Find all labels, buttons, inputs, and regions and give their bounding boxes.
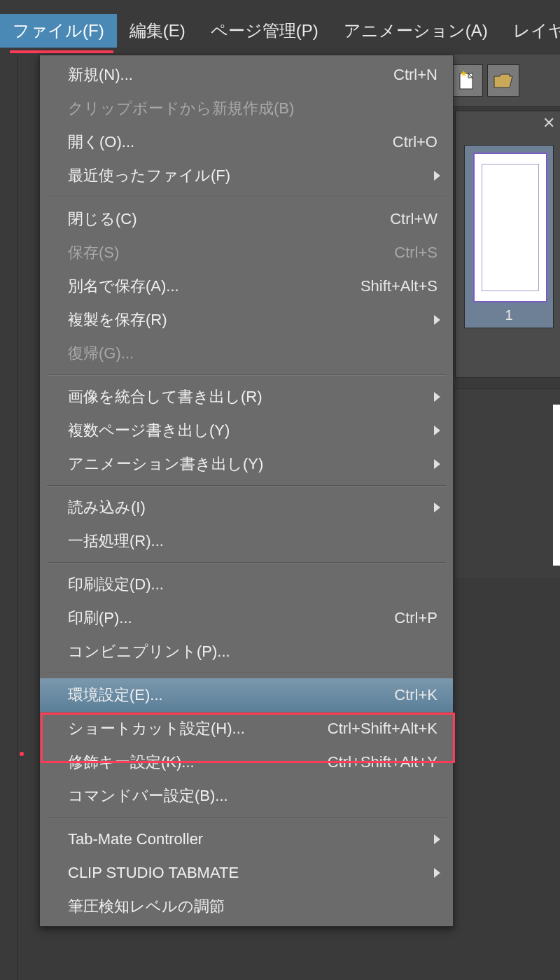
open-file-button[interactable]	[487, 64, 519, 97]
menu-item-label: ショートカット設定(H)...	[68, 718, 314, 739]
chevron-right-icon	[434, 426, 440, 435]
menu-separator	[47, 562, 446, 564]
menu-item-shortcut: Shift+Alt+S	[360, 277, 438, 295]
menu-item-label: 別名で保存(A)...	[68, 276, 346, 297]
menu-item-label: 画像を統合して書き出し(R)	[68, 386, 438, 407]
menu-item[interactable]: CLIP STUDIO TABMATE	[40, 856, 453, 890]
menu-item-label: 筆圧検知レベルの調節	[68, 896, 438, 917]
menu-layer[interactable]: レイヤ	[500, 14, 560, 48]
menu-item-label: 復帰(G)...	[68, 343, 438, 364]
menu-item-label: コマンドバー設定(B)...	[68, 785, 438, 806]
menu-item-shortcut: Ctrl+W	[390, 210, 438, 228]
chevron-right-icon	[434, 503, 440, 512]
menu-item-shortcut: Ctrl+N	[393, 66, 438, 84]
new-file-button[interactable]: ★	[451, 64, 483, 97]
chevron-right-icon	[434, 315, 440, 325]
chevron-right-icon	[434, 171, 440, 181]
menu-item-shortcut: Ctrl+S	[394, 244, 438, 262]
menu-animation[interactable]: アニメーション(A)	[331, 14, 500, 48]
file-dropdown: 新規(N)...Ctrl+Nクリップボードから新規作成(B)開く(O)...Ct…	[39, 55, 454, 927]
menu-item[interactable]: ショートカット設定(H)...Ctrl+Shift+Alt+K	[40, 712, 453, 746]
menu-item-label: 複製を保存(R)	[68, 309, 438, 330]
menu-item[interactable]: コンビニプリント(P)...	[40, 635, 453, 668]
menu-separator	[47, 817, 446, 818]
menu-page[interactable]: ページ管理(P)	[198, 14, 331, 48]
menu-item: クリップボードから新規作成(B)	[40, 92, 453, 125]
menu-item-label: 一括処理(R)...	[68, 531, 438, 552]
chevron-right-icon	[434, 459, 440, 469]
menu-item-label: 印刷設定(D)...	[68, 574, 438, 595]
menu-item-label: 閉じる(C)	[68, 209, 376, 230]
menu-item[interactable]: 複数ページ書き出し(Y)	[40, 414, 453, 447]
menu-item[interactable]: 筆圧検知レベルの調節	[40, 890, 453, 923]
menu-item-label: アニメーション書き出し(Y)	[68, 454, 438, 475]
chevron-right-icon	[434, 834, 440, 844]
menu-item-shortcut: Ctrl+O	[393, 133, 438, 151]
chevron-right-icon	[434, 392, 440, 402]
page-thumb-inner-frame	[482, 164, 539, 291]
menu-item[interactable]: 印刷(P)...Ctrl+P	[40, 601, 453, 635]
menu-item[interactable]: 修飾キー設定(K)...Ctrl+Shift+Alt+Y	[40, 746, 453, 779]
page-panel: ✕ 1	[455, 111, 560, 378]
menu-item[interactable]: 読み込み(I)	[40, 491, 453, 524]
menu-item-label: 保存(S)	[68, 242, 380, 263]
menu-separator	[47, 197, 446, 198]
menu-item-label: 修飾キー設定(K)...	[68, 752, 314, 773]
left-gutter	[0, 55, 18, 980]
menu-item-label: コンビニプリント(P)...	[68, 641, 438, 662]
annotation-underline	[10, 50, 113, 53]
menu-separator	[47, 374, 446, 376]
menu-edit[interactable]: 編集(E)	[117, 14, 198, 48]
menubar: ファイル(F) 編集(E) ページ管理(P) アニメーション(A) レイヤ	[0, 13, 560, 49]
menu-item[interactable]: アニメーション書き出し(Y)	[40, 447, 453, 481]
menu-item-label: 読み込み(I)	[68, 497, 438, 518]
menu-item-label: CLIP STUDIO TABMATE	[68, 864, 438, 882]
canvas-sheet	[553, 405, 560, 566]
menu-item[interactable]: コマンドバー設定(B)...	[40, 779, 453, 813]
menu-item-shortcut: Ctrl+Shift+Alt+K	[328, 720, 438, 738]
menu-item[interactable]: 一括処理(R)...	[40, 524, 453, 558]
menu-item[interactable]: 新規(N)...Ctrl+N	[40, 58, 453, 92]
menu-item-label: 環境設定(E)...	[68, 685, 380, 706]
menu-item[interactable]: 開く(O)...Ctrl+O	[40, 125, 453, 159]
menu-item-shortcut: Ctrl+Shift+Alt+Y	[328, 753, 438, 771]
svg-marker-3	[494, 74, 512, 88]
menu-item-label: Tab-Mate Controller	[68, 830, 438, 848]
menu-item[interactable]: 閉じる(C)Ctrl+W	[40, 202, 453, 236]
menu-item-label: 最近使ったファイル(F)	[68, 165, 438, 186]
menu-file[interactable]: ファイル(F)	[0, 14, 117, 48]
menu-separator	[47, 673, 446, 674]
menu-item[interactable]: 印刷設定(D)...	[40, 568, 453, 601]
toolbar: ★	[445, 55, 560, 107]
menu-separator	[47, 485, 446, 486]
menu-item[interactable]: 複製を保存(R)	[40, 303, 453, 337]
close-icon[interactable]: ✕	[542, 114, 555, 132]
page-thumb	[473, 153, 547, 302]
menu-item[interactable]: 環境設定(E)...Ctrl+K	[40, 678, 453, 712]
menu-item: 保存(S)Ctrl+S	[40, 236, 453, 270]
menu-item-shortcut: Ctrl+P	[394, 609, 438, 627]
menu-item[interactable]: Tab-Mate Controller	[40, 822, 453, 856]
annotation-dot	[20, 752, 24, 756]
svg-text:★: ★	[460, 71, 468, 78]
menu-item[interactable]: 別名で保存(A)...Shift+Alt+S	[40, 270, 453, 303]
open-folder-icon	[493, 72, 514, 89]
menu-item-label: クリップボードから新規作成(B)	[68, 98, 438, 119]
menu-item: 復帰(G)...	[40, 337, 453, 370]
page-thumb-label: 1	[465, 307, 553, 323]
menu-item-shortcut: Ctrl+K	[394, 686, 438, 704]
menu-item[interactable]: 画像を統合して書き出し(R)	[40, 380, 453, 414]
page-thumb-container[interactable]: 1	[464, 145, 554, 328]
menu-item-label: 開く(O)...	[68, 132, 379, 153]
menu-item-label: 新規(N)...	[68, 64, 379, 85]
menu-item-label: 印刷(P)...	[68, 608, 380, 629]
menu-item-label: 複数ページ書き出し(Y)	[68, 420, 438, 441]
canvas-panel	[455, 388, 560, 578]
menu-item[interactable]: 最近使ったファイル(F)	[40, 159, 453, 192]
chevron-right-icon	[434, 868, 440, 878]
new-file-icon: ★	[458, 71, 475, 90]
